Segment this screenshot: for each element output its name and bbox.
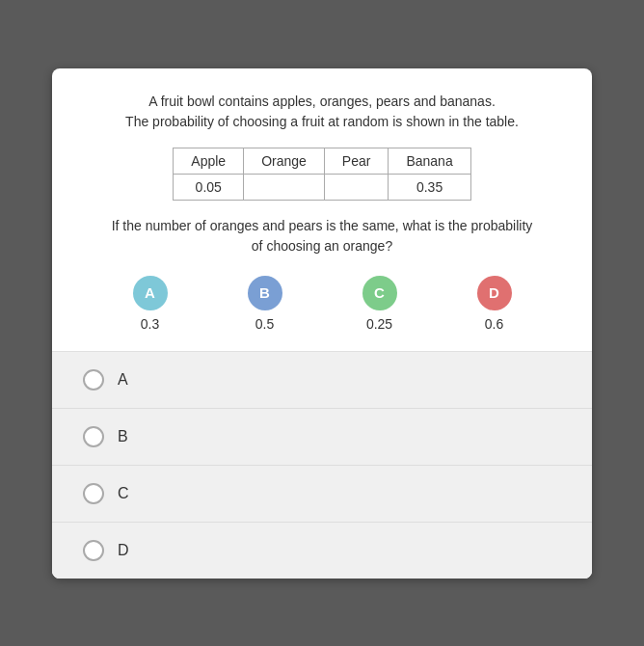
option-c[interactable]: C 0.25 [362, 276, 397, 332]
option-d-letter: D [489, 284, 499, 301]
answer-label-d: D [118, 542, 129, 559]
sub-question-line2: of choosing an orange? [252, 238, 392, 254]
option-a[interactable]: A 0.3 [133, 276, 168, 332]
question-line1: A fruit bowl contains apples, oranges, p… [148, 94, 496, 109]
option-b-letter: B [259, 284, 270, 301]
answer-row-d[interactable]: D [52, 523, 592, 579]
question-text: A fruit bowl contains apples, oranges, p… [83, 92, 561, 132]
val-apple: 0.05 [174, 174, 244, 200]
option-a-letter: A [145, 284, 155, 301]
answer-row-b[interactable]: B [52, 409, 592, 466]
radio-d[interactable] [83, 540, 104, 561]
col-orange: Orange [244, 148, 325, 174]
option-d-value: 0.6 [485, 316, 503, 332]
val-orange [244, 174, 325, 200]
answers-section: A B C D [52, 352, 592, 579]
main-card: A fruit bowl contains apples, oranges, p… [52, 68, 592, 579]
radio-c[interactable] [83, 483, 104, 504]
options-row: A 0.3 B 0.5 C 0.25 D 0.6 [83, 276, 561, 332]
radio-a[interactable] [83, 369, 104, 390]
option-c-circle: C [362, 276, 397, 310]
option-a-circle: A [133, 276, 168, 310]
col-apple: Apple [174, 148, 244, 174]
option-d[interactable]: D 0.6 [477, 276, 512, 332]
probability-table-wrapper: Apple Orange Pear Banana 0.05 0.35 [83, 148, 561, 201]
option-c-value: 0.25 [366, 316, 392, 332]
val-pear [324, 174, 389, 200]
option-b[interactable]: B 0.5 [248, 276, 282, 332]
col-pear: Pear [324, 148, 389, 174]
answer-label-c: C [118, 485, 129, 502]
answer-label-a: A [118, 371, 128, 389]
val-banana: 0.35 [389, 174, 470, 200]
sub-question-line1: If the number of oranges and pears is th… [112, 218, 533, 233]
probability-table: Apple Orange Pear Banana 0.05 0.35 [173, 148, 470, 201]
question-line2: The probability of choosing a fruit at r… [125, 114, 519, 129]
option-a-value: 0.3 [141, 316, 159, 332]
option-d-circle: D [477, 276, 512, 310]
answer-label-b: B [118, 428, 128, 445]
sub-question: If the number of oranges and pears is th… [83, 216, 561, 256]
answer-row-a[interactable]: A [52, 352, 592, 409]
answer-row-c[interactable]: C [52, 466, 592, 523]
radio-b[interactable] [83, 426, 104, 447]
question-section: A fruit bowl contains apples, oranges, p… [52, 68, 592, 352]
option-c-letter: C [374, 284, 385, 301]
col-banana: Banana [389, 148, 470, 174]
option-b-circle: B [248, 276, 282, 310]
option-b-value: 0.5 [255, 316, 274, 332]
